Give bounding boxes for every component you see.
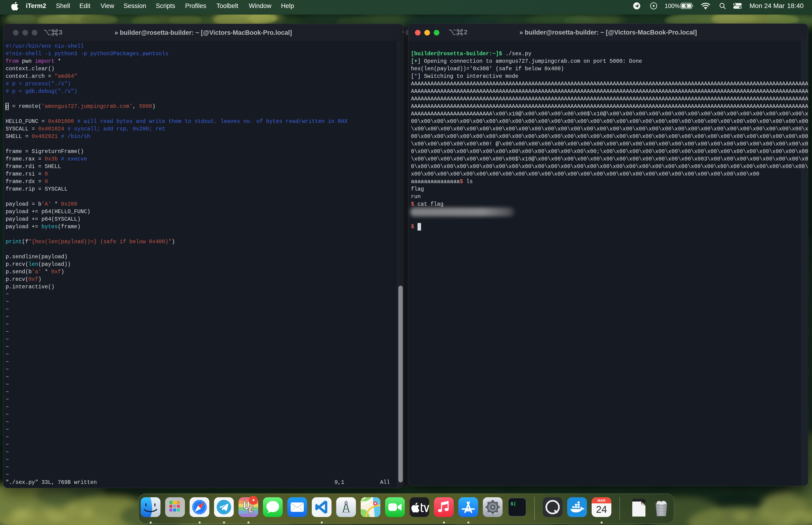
svg-text:MAR: MAR xyxy=(597,498,606,502)
svg-text:24: 24 xyxy=(596,504,607,515)
svg-text:$|: $| xyxy=(510,501,516,507)
